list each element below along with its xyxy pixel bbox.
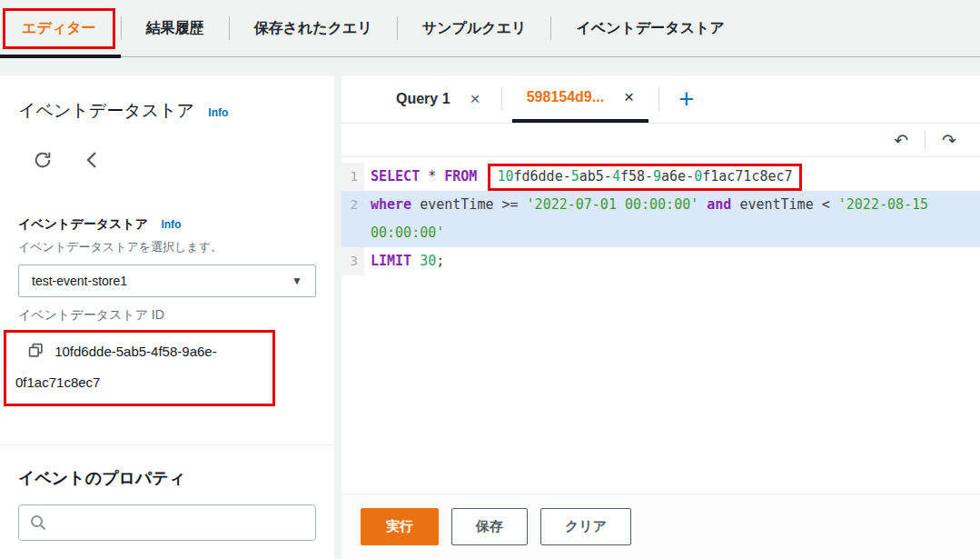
event-properties-title: イベントのプロパティ	[18, 467, 316, 489]
editor-line[interactable]: 00:00:00'	[342, 219, 980, 247]
code-token: 30	[420, 253, 436, 269]
editor-toolbar: ↶ ↷	[342, 124, 980, 157]
code-token: fd6dde-	[514, 168, 571, 185]
code-line-content: where eventTime >= '2022-07-01 00:00:00'…	[364, 191, 928, 219]
undo-icon[interactable]: ↶	[894, 132, 908, 149]
code-line-content: 00:00:00'	[364, 219, 444, 247]
query-tab-1[interactable]: Query 1 ×	[385, 75, 491, 123]
properties-search-box	[18, 504, 316, 541]
store-id-label: イベントデータストア ID	[18, 307, 316, 324]
refresh-icon[interactable]	[33, 150, 53, 170]
run-button[interactable]: 実行	[361, 508, 439, 545]
chevron-down-icon: ▼	[292, 275, 302, 287]
query-tab-1-label: Query 1	[396, 91, 450, 107]
code-token: f1ac71c8ec7	[702, 168, 792, 185]
store-select-section: イベントデータストア Info イベントデータストアを選択します。 test-e…	[18, 215, 316, 406]
code-token: ;	[436, 253, 444, 269]
sidebar-toolbar	[18, 150, 316, 170]
code-token: eventTime <	[731, 196, 837, 213]
tab-event-data-store[interactable]: イベントデータストア	[551, 19, 748, 38]
code-token	[411, 253, 420, 269]
query-tab-2-active[interactable]: 598154d9... ×	[512, 75, 649, 123]
collapse-panel-icon[interactable]	[85, 150, 98, 170]
search-icon	[30, 514, 46, 531]
annotation-box-query-store-id: 10fd6dde-5ab5-4f58-9a6e-0f1ac71c8ec7	[488, 164, 801, 191]
editor-line[interactable]: 1SELECT * FROM 10fd6dde-5ab5-4f58-9a6e-0…	[342, 163, 980, 191]
sidebar-info-link[interactable]: Info	[208, 106, 228, 119]
copy-icon[interactable]	[28, 345, 47, 361]
code-lines: 1SELECT * FROM 10fd6dde-5ab5-4f58-9a6e-0…	[342, 163, 980, 275]
code-token: SELECT	[371, 168, 420, 185]
code-token: a6e-	[661, 168, 694, 185]
code-token: '2022-08-15	[838, 196, 928, 213]
query-tab-separator	[501, 87, 502, 111]
close-icon[interactable]: ×	[470, 89, 480, 109]
store-select-description: イベントデータストアを選択します。	[18, 239, 316, 255]
code-token: ab5-	[579, 168, 612, 185]
code-line-content: SELECT * FROM 10fd6dde-5ab5-4f58-9a6e-0f…	[364, 163, 802, 191]
code-token: LIMIT	[371, 253, 411, 269]
query-editor-panel: Query 1 × 598154d9... × + ↶ ↷ 1SELECT * …	[342, 75, 980, 559]
active-tab-underline	[0, 55, 121, 58]
code-token: 0	[694, 168, 702, 185]
content-area: イベントデータストア Info イベントデータストア Info イベントデータ	[0, 57, 980, 559]
editor-line[interactable]: 3LIMIT 30;	[342, 247, 980, 275]
line-number: 1	[342, 163, 364, 191]
clear-button[interactable]: クリア	[540, 508, 631, 545]
close-icon[interactable]: ×	[624, 87, 634, 107]
code-token: 9	[653, 168, 661, 185]
code-line-content: LIMIT 30;	[364, 247, 444, 275]
query-tab-bar: Query 1 × 598154d9... × +	[342, 75, 980, 124]
code-token	[477, 168, 485, 185]
code-token: 00:00:00'	[371, 225, 444, 241]
tab-editor[interactable]: エディター	[3, 8, 115, 49]
query-tab-separator	[658, 87, 659, 111]
new-query-tab-button[interactable]: +	[669, 75, 703, 123]
code-token: *	[420, 168, 444, 185]
code-token: f58-	[620, 168, 653, 185]
sql-code-editor[interactable]: 1SELECT * FROM 10fd6dde-5ab5-4f58-9a6e-0…	[342, 157, 980, 494]
save-button[interactable]: 保存	[451, 508, 528, 545]
query-tab-2-label: 598154d9...	[527, 89, 604, 105]
line-number: 2	[342, 191, 364, 219]
code-token: 10	[497, 168, 513, 185]
toolbar-divider	[925, 131, 926, 149]
code-token	[698, 196, 707, 213]
top-tab-bar: エディター 結果履歴 保存されたクエリ サンプルクエリ イベントデータストア	[0, 0, 980, 57]
event-data-store-select[interactable]: test-event-store1 ▼	[18, 265, 316, 297]
properties-search-input[interactable]	[54, 514, 304, 531]
code-token: and	[707, 196, 731, 213]
tab-saved-queries[interactable]: 保存されたクエリ	[230, 19, 397, 38]
store-select-label: イベントデータストア	[18, 216, 148, 231]
editor-line[interactable]: 2where eventTime >= '2022-07-01 00:00:00…	[342, 191, 980, 219]
event-data-store-sidebar: イベントデータストア Info イベントデータストア Info イベントデータ	[0, 75, 334, 559]
line-number	[342, 219, 364, 247]
annotation-box-store-id: 10fd6dde-5ab5-4f58-9a6e-0f1ac71c8ec7	[4, 330, 275, 406]
sidebar-title: イベントデータストア Info	[18, 99, 316, 123]
code-token: where	[371, 196, 411, 213]
code-token: FROM	[444, 168, 477, 185]
store-info-link[interactable]: Info	[161, 218, 181, 231]
code-token: 4	[612, 168, 620, 185]
code-token: 5	[571, 168, 579, 185]
code-token: eventTime >=	[411, 196, 526, 213]
store-select-label-row: イベントデータストア Info	[18, 215, 316, 233]
sidebar-title-text: イベントデータストア	[18, 101, 194, 120]
tab-sample-queries[interactable]: サンプルクエリ	[398, 19, 551, 38]
sidebar-divider	[0, 444, 334, 445]
tab-result-history[interactable]: 結果履歴	[122, 19, 229, 38]
code-token: '2022-07-01 00:00:00'	[527, 196, 699, 213]
editor-footer: 実行 保存 クリア	[342, 494, 980, 559]
redo-icon[interactable]: ↷	[942, 132, 956, 149]
line-number: 3	[342, 247, 364, 275]
tab-editor-label: エディター	[22, 20, 96, 35]
selected-store-value: test-event-store1	[32, 274, 127, 288]
